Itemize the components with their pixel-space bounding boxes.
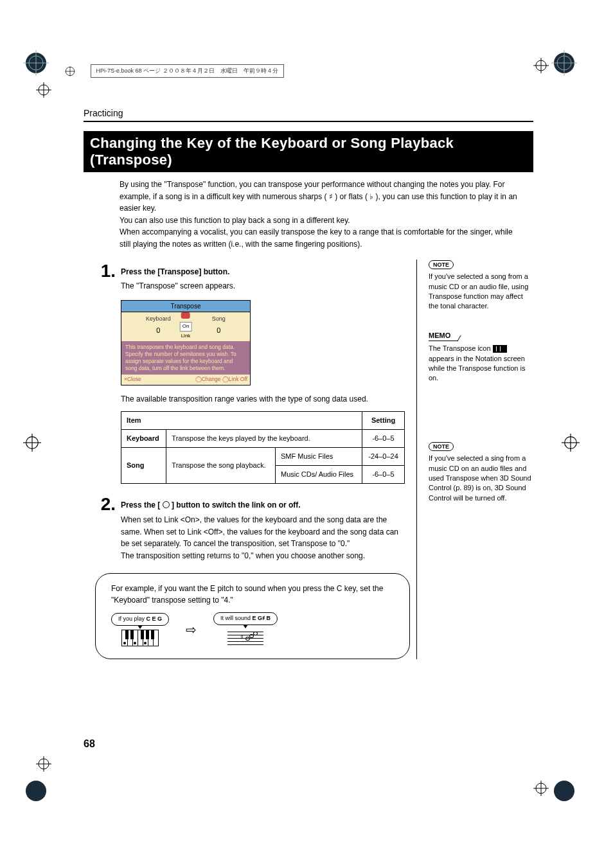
divider bbox=[84, 121, 533, 122]
step-text: When set to Link <On>, the values for th… bbox=[121, 514, 405, 550]
register-mark bbox=[562, 434, 580, 452]
step-number: 2. bbox=[84, 495, 121, 562]
svg-point-8 bbox=[26, 781, 46, 801]
print-header-text: HPi-7S-e.book 68 ページ ２００８年４月２日 水曜日 午前９時４… bbox=[91, 64, 284, 78]
register-mark bbox=[36, 82, 51, 98]
step-heading: Press the [ ] button to switch the link … bbox=[121, 495, 405, 511]
crop-mark-tr bbox=[551, 50, 577, 76]
example-play-bubble: If you play C E G bbox=[111, 613, 169, 626]
table-cell: Transpose the song playback. bbox=[166, 448, 276, 484]
screen-keyboard-label: Keyboard bbox=[146, 315, 171, 324]
memo-badge: MEMO bbox=[429, 331, 458, 341]
intro-para: When accompanying a vocalist, you can ea… bbox=[120, 226, 518, 250]
screen-song-label: Song bbox=[212, 315, 226, 324]
table-cell: -6–0–5 bbox=[362, 466, 405, 484]
arrow-right-icon: ⇨ bbox=[186, 620, 197, 639]
page-title: Changing the Key of the Keyboard or Song… bbox=[84, 131, 533, 172]
table-cell: Transpose the keys played by the keyboar… bbox=[166, 430, 362, 448]
step-2: 2. Press the [ ] button to switch the li… bbox=[84, 495, 405, 562]
screen-song-value: 0 bbox=[212, 325, 226, 336]
sidebar-note: NOTE If you've selected a song from a mu… bbox=[429, 260, 533, 312]
page-content: Practicing Changing the Key of the Keybo… bbox=[84, 108, 533, 659]
example-text: For example, if you want the E pitch to … bbox=[111, 583, 394, 606]
sidebar-column: NOTE If you've selected a song from a mu… bbox=[417, 260, 533, 659]
crop-mark-br bbox=[551, 778, 577, 804]
screen-linkoff: ◯Link Off bbox=[222, 376, 247, 382]
intro-para: You can also use this function to play b… bbox=[120, 215, 518, 227]
example-box: For example, if you want the E pitch to … bbox=[95, 573, 410, 659]
crop-mark-tl bbox=[23, 50, 49, 76]
sidebar-text: If you've selected a song from a music C… bbox=[429, 272, 533, 312]
music-staff-icon: ♯ bbox=[227, 629, 263, 647]
sidebar-note: NOTE If you've selected a sing from a mu… bbox=[429, 441, 533, 504]
table-cell: SMF Music Files bbox=[275, 448, 362, 466]
screen-change: ◯Change bbox=[195, 376, 221, 382]
screen-title: Transpose bbox=[121, 301, 250, 313]
step-text: The "Transpose" screen appears. bbox=[121, 280, 405, 292]
main-column: 1. Press the [Transpose] button. The "Tr… bbox=[84, 260, 417, 659]
transpose-screen: Transpose Keyboard 0 On Link bbox=[121, 300, 251, 385]
screen-link-on: On bbox=[180, 322, 192, 331]
section-label: Practicing bbox=[84, 108, 533, 118]
intro-para: By using the "Transpose" function, you c… bbox=[120, 179, 518, 215]
screen-link-icon: On Link bbox=[180, 312, 192, 340]
page-number: 68 bbox=[84, 738, 95, 750]
print-header: HPi-7S-e.book 68 ページ ２００８年４月２日 水曜日 午前９時４… bbox=[64, 64, 549, 78]
register-mark bbox=[533, 781, 549, 796]
register-mark bbox=[23, 434, 41, 452]
step-number: 1. bbox=[84, 262, 121, 484]
svg-point-9 bbox=[554, 781, 574, 801]
note-badge: NOTE bbox=[429, 260, 454, 270]
transpose-range-table: Item Setting Keyboard Transpose the keys… bbox=[121, 411, 405, 484]
step-caption: The available transposition range varies… bbox=[121, 393, 405, 405]
note-badge: NOTE bbox=[429, 442, 454, 452]
intro-text: By using the "Transpose" function, you c… bbox=[120, 179, 518, 251]
step-heading: Press the [Transpose] button. bbox=[121, 262, 405, 278]
screen-description: This transposes the keyboard and song da… bbox=[121, 341, 250, 375]
screen-close: ×Close bbox=[124, 375, 141, 384]
sidebar-text: If you've selected a sing from a music C… bbox=[429, 454, 533, 503]
table-header-item: Item bbox=[121, 412, 362, 430]
sidebar-text: The Transpose icon appears in the Notati… bbox=[429, 344, 533, 384]
sidebar-memo: MEMO The Transpose icon appears in the N… bbox=[429, 331, 533, 384]
screen-link-label: Link bbox=[180, 332, 192, 340]
table-cell: Keyboard bbox=[121, 430, 166, 448]
crop-mark-bl bbox=[23, 778, 49, 804]
circle-button-icon bbox=[163, 501, 170, 508]
table-cell: -24–0–24 bbox=[362, 448, 405, 466]
example-sound-bubble: It will sound E G♯ B bbox=[213, 612, 278, 625]
screen-keyboard-value: 0 bbox=[146, 325, 171, 336]
table-cell: -6–0–5 bbox=[362, 430, 405, 448]
transpose-icon bbox=[493, 345, 507, 353]
piano-icon bbox=[121, 630, 159, 646]
step-1: 1. Press the [Transpose] button. The "Tr… bbox=[84, 262, 405, 484]
table-cell: Song bbox=[121, 448, 166, 484]
register-mark bbox=[36, 756, 51, 772]
table-header-setting: Setting bbox=[362, 412, 405, 430]
step-text: The transposition setting returns to "0,… bbox=[121, 550, 405, 562]
table-cell: Music CDs/ Audio Files bbox=[275, 466, 362, 484]
